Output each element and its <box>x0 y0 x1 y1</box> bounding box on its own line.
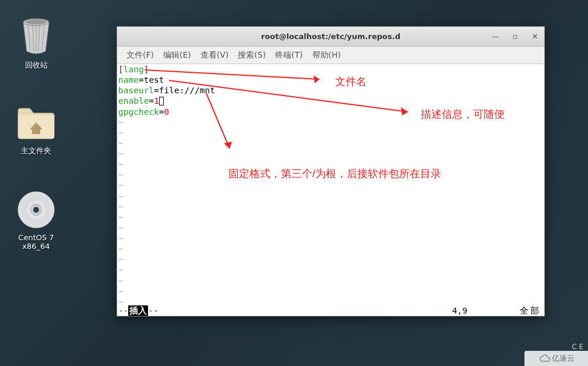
key-gpgcheck: gpgcheck <box>118 107 159 117</box>
status-dashes: -- <box>148 305 158 316</box>
bracket: [ <box>118 65 124 74</box>
menubar: 文件(F) 编辑(E) 查看(V) 搜索(S) 终端(T) 帮助(H) <box>117 47 544 64</box>
folder-icon <box>16 102 57 143</box>
watermark-text: 亿速云 <box>552 353 575 364</box>
equals: = <box>159 107 164 117</box>
titlebar[interactable]: root@localhost:/etc/yum.repos.d — ▫ ✕ <box>117 27 544 47</box>
vim-tilde: ~ <box>118 233 543 244</box>
vim-tilde: ~ <box>118 128 543 138</box>
vim-tilde: ~ <box>118 180 543 191</box>
equals: = <box>139 75 144 85</box>
minimize-button[interactable]: — <box>490 31 501 43</box>
vim-tilde: ~ <box>118 265 543 275</box>
cd-icon <box>16 189 57 230</box>
cursor <box>159 97 164 105</box>
menu-terminal[interactable]: 终端(T) <box>270 48 307 63</box>
vim-tilde: ~ <box>118 286 543 297</box>
section-name: lang <box>124 65 144 74</box>
vim-tilde: ~ <box>118 138 543 149</box>
maximize-button[interactable]: ▫ <box>509 31 521 43</box>
menu-help[interactable]: 帮助(H) <box>308 48 346 63</box>
svg-point-7 <box>26 20 47 24</box>
watermark: 亿速云 <box>524 351 588 366</box>
svg-marker-15 <box>401 107 408 115</box>
arrow-icon <box>204 93 239 157</box>
svg-marker-17 <box>224 142 232 149</box>
value-gpgcheck: 0 <box>164 107 170 117</box>
key-name: name <box>118 75 139 85</box>
equals: = <box>149 96 154 105</box>
status-dashes: -- <box>118 305 128 316</box>
value-enable: 1 <box>154 96 159 105</box>
menu-edit[interactable]: 编辑(E) <box>159 48 196 63</box>
vim-mode: 插入 <box>128 305 148 316</box>
vim-tilde: ~ <box>118 212 543 223</box>
key-enable: enable <box>118 96 149 105</box>
vim-tilde: ~ <box>118 149 543 159</box>
menu-search[interactable]: 搜索(S) <box>233 48 270 63</box>
close-button[interactable]: ✕ <box>529 31 541 43</box>
vim-tilde: ~ <box>118 276 543 286</box>
desktop-icon-label: 回收站 <box>7 60 65 71</box>
desktop-icon-home[interactable]: 主文件夹 <box>7 102 65 156</box>
trash-icon <box>16 16 57 57</box>
svg-point-11 <box>33 207 39 213</box>
panel-indicator: C E <box>572 343 583 351</box>
vim-tilde: ~ <box>118 244 543 254</box>
cursor-position: 4,9 <box>452 305 520 316</box>
annotation-format: 固定格式，第三个/为根，后接软件包所在目录 <box>228 167 441 181</box>
desktop-icon-trash[interactable]: 回收站 <box>7 16 65 71</box>
menu-file[interactable]: 文件(F) <box>122 48 159 63</box>
annotation-description: 描述信息，可随便 <box>421 107 505 121</box>
menu-view[interactable]: 查看(V) <box>196 48 234 63</box>
vim-tilde: ~ <box>118 191 543 202</box>
desktop-icon-label: CentOS 7 x86_64 <box>7 233 65 251</box>
key-baseurl: baseurl <box>118 86 154 95</box>
svg-line-16 <box>206 93 230 149</box>
vim-status-line: -- 插入 -- 4,9 全部 <box>118 305 543 316</box>
window-controls: — ▫ ✕ <box>490 31 541 43</box>
equals: = <box>154 86 159 95</box>
vim-tilde: ~ <box>118 254 543 265</box>
desktop-icon-label: 主文件夹 <box>7 146 65 156</box>
vim-tilde: ~ <box>118 202 543 212</box>
desktop-icon-cd[interactable]: CentOS 7 x86_64 <box>7 189 65 251</box>
window-title: root@localhost:/etc/yum.repos.d <box>261 32 400 41</box>
vim-tilde: ~ <box>118 223 543 233</box>
scroll-indicator: 全部 <box>520 305 543 316</box>
